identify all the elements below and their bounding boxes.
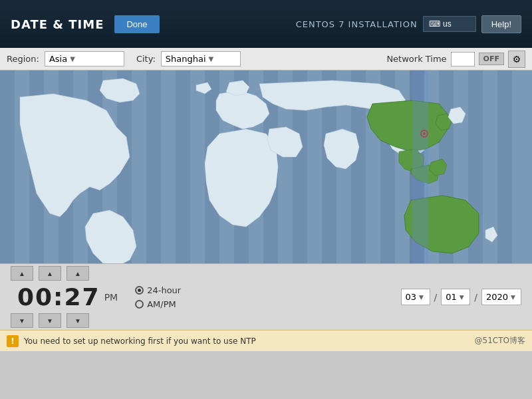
- svg-rect-7: [176, 70, 190, 263]
- time-hours: 00: [17, 283, 53, 311]
- day-value: 01: [446, 292, 457, 302]
- header-left: DATE & TIME Done: [11, 15, 160, 33]
- help-button[interactable]: Help!: [481, 15, 521, 33]
- done-button[interactable]: Done: [114, 15, 159, 33]
- page-title: DATE & TIME: [11, 17, 104, 31]
- year-spinner: 2020 ▼: [481, 289, 521, 305]
- minutes-up-button[interactable]: ▲: [39, 266, 61, 281]
- minutes-down-button[interactable]: ▼: [39, 313, 61, 328]
- gear-icon: ⚙: [513, 54, 521, 65]
- up-arrow-row: ▲ ▲ ▲: [11, 266, 124, 281]
- header-right: CENTOS 7 INSTALLATION ⌨ Help!: [296, 15, 521, 33]
- header: DATE & TIME Done CENTOS 7 INSTALLATION ⌨…: [0, 0, 532, 48]
- region-chevron-icon: ▼: [70, 55, 75, 63]
- time-ampm: PM: [104, 292, 118, 303]
- date-slash-1: /: [434, 292, 438, 303]
- region-value: Asia: [49, 54, 67, 64]
- time-format-group: 24-hour AM/PM: [135, 285, 181, 309]
- time-section: ▲ ▲ ▲ 00 : 27 PM ▼ ▼ ▼ 24-hour AM/PM: [0, 263, 532, 330]
- day-chevron-icon: ▼: [460, 294, 464, 301]
- radio-24hour[interactable]: 24-hour: [135, 285, 181, 295]
- radio-ampm[interactable]: AM/PM: [135, 299, 181, 309]
- hours-down-button[interactable]: ▼: [11, 313, 33, 328]
- ntp-server-box: [451, 52, 475, 66]
- region-select[interactable]: Asia ▼: [45, 51, 124, 66]
- search-box: ⌨: [423, 16, 476, 32]
- map-container[interactable]: [0, 70, 532, 263]
- svg-rect-1: [0, 70, 15, 263]
- svg-rect-18: [497, 70, 512, 263]
- ntp-section: Network Time OFF ⚙: [386, 51, 525, 68]
- keyboard-icon: ⌨: [429, 19, 440, 29]
- time-colon: :: [53, 283, 64, 311]
- month-select[interactable]: 03 ▼: [401, 289, 430, 305]
- timezone-highlight: [412, 70, 428, 263]
- date-spinners: 03 ▼ / 01 ▼ / 2020 ▼: [401, 289, 521, 305]
- day-select[interactable]: 01 ▼: [441, 289, 470, 305]
- hours-up-button[interactable]: ▲: [11, 266, 33, 281]
- seconds-down-button[interactable]: ▼: [66, 313, 89, 328]
- brand-label: @51CTO博客: [475, 335, 525, 346]
- city-label: City:: [136, 54, 156, 64]
- radio-24hour-label: 24-hour: [147, 285, 181, 295]
- toolbar: Region: Asia ▼ City: Shanghai ▼ Network …: [0, 48, 532, 70]
- year-select[interactable]: 2020 ▼: [481, 289, 521, 305]
- day-spinner: 01 ▼: [441, 289, 470, 305]
- year-value: 2020: [486, 292, 508, 302]
- status-left: ! You need to set up networking first if…: [7, 335, 256, 347]
- year-chevron-icon: ▼: [511, 294, 515, 301]
- month-value: 03: [406, 292, 417, 302]
- month-spinner: 03 ▼: [401, 289, 430, 305]
- city-value: Shanghai: [166, 54, 206, 64]
- city-select[interactable]: Shanghai ▼: [161, 51, 241, 66]
- city-chevron-icon: ▼: [209, 55, 214, 63]
- radio-24hour-circle: [135, 286, 144, 295]
- seconds-up-button[interactable]: ▲: [66, 266, 89, 281]
- region-label: Region:: [7, 54, 39, 64]
- month-chevron-icon: ▼: [419, 294, 424, 301]
- time-spinners-up: ▲ ▲ ▲ 00 : 27 PM ▼ ▼ ▼: [11, 266, 124, 328]
- search-input[interactable]: [443, 19, 476, 29]
- centos-label: CENTOS 7 INSTALLATION: [296, 19, 418, 29]
- down-arrow-row: ▼ ▼ ▼: [11, 313, 124, 328]
- time-display: 00 : 27 PM: [17, 283, 118, 311]
- status-message: You need to set up networking first if y…: [24, 336, 256, 346]
- svg-rect-6: [146, 70, 161, 263]
- time-minutes: 27: [65, 283, 100, 311]
- radio-ampm-label: AM/PM: [147, 299, 176, 309]
- ntp-label: Network Time: [386, 54, 446, 64]
- warning-icon: !: [7, 335, 19, 347]
- date-slash-2: /: [474, 292, 477, 303]
- world-map[interactable]: [0, 70, 532, 263]
- status-bar: ! You need to set up networking first if…: [0, 330, 532, 351]
- ntp-toggle[interactable]: OFF: [479, 53, 504, 65]
- radio-ampm-circle: [135, 300, 144, 309]
- ntp-settings-button[interactable]: ⚙: [508, 51, 525, 68]
